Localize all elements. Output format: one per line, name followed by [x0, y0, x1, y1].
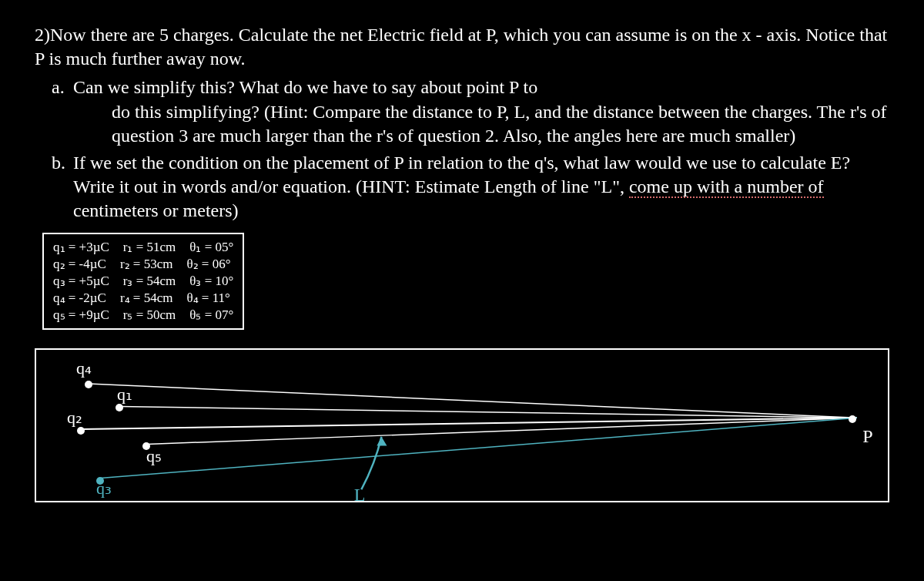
theta-value: θ₂ = 06°: [186, 256, 230, 273]
theta-value: θ₄ = 11°: [186, 290, 229, 307]
part-b-after: centimeters or meters): [73, 200, 239, 220]
svg-line-0: [89, 384, 856, 418]
svg-line-1: [120, 406, 857, 418]
theta-value: θ₃ = 10°: [189, 273, 233, 290]
part-a: a. Can we simplify this? What do we have…: [73, 76, 889, 148]
part-b-underlined: come up with a number of: [629, 176, 824, 198]
part-b-marker: b.: [52, 151, 65, 175]
part-b: b. If we set the condition on the placem…: [73, 151, 889, 223]
r-value: r₃ = 54cm: [123, 273, 176, 290]
theta-value: θ₁ = 05°: [189, 239, 233, 256]
theta-value: θ₅ = 07°: [189, 307, 233, 324]
r-value: r₄ = 54cm: [120, 290, 173, 307]
data-table: q₁ = +3µC r₁ = 51cm θ₁ = 05° q₂ = -4µC r…: [42, 233, 244, 330]
q-value: q₂ = -4µC: [53, 256, 106, 273]
problem-number: 2): [35, 25, 50, 45]
svg-line-3: [147, 418, 857, 444]
q-value: q₅ = +9µC: [53, 307, 109, 324]
r-value: r₅ = 50cm: [123, 307, 176, 324]
p-label: P: [862, 425, 872, 446]
part-a-body: do this simplifying? (Hint: Compare the …: [73, 100, 889, 148]
part-a-marker: a.: [52, 76, 65, 99]
table-row: q₂ = -4µC r₂ = 53cm θ₂ = 06°: [53, 256, 233, 273]
q1-dot: [116, 404, 123, 411]
p-dot: [849, 415, 856, 423]
svg-marker-5: [377, 437, 387, 446]
q-value: q₁ = +3µC: [53, 239, 109, 256]
table-row: q₃ = +5µC r₃ = 54cm θ₃ = 10°: [53, 273, 233, 290]
diagram-svg: [36, 350, 888, 501]
r-value: r₁ = 51cm: [123, 239, 176, 256]
part-a-line1: Can we simplify this? What do we have to…: [73, 77, 537, 97]
l-label: L: [354, 484, 366, 505]
q2-dot: [77, 427, 85, 435]
q4-label: q₄: [76, 358, 92, 378]
q-value: q₃ = +5µC: [53, 273, 109, 290]
q-value: q₄ = -2µC: [53, 290, 106, 307]
table-row: q₁ = +3µC r₁ = 51cm θ₁ = 05°: [53, 239, 233, 256]
table-row: q₄ = -2µC r₄ = 54cm θ₄ = 11°: [53, 290, 233, 307]
q1-label: q₁: [117, 385, 132, 405]
r-value: r₂ = 53cm: [120, 256, 173, 273]
q3-label: q₃: [96, 479, 112, 499]
q2-label: q₂: [67, 408, 82, 428]
charge-diagram: q₄ q₁ q₂ q₅ q₃ P L: [35, 348, 889, 502]
q4-dot: [85, 381, 92, 388]
q5-label: q₅: [146, 446, 162, 466]
problem-intro: 2)Now there are 5 charges. Calculate the…: [35, 23, 889, 71]
table-row: q₅ = +9µC r₅ = 50cm θ₅ = 07°: [53, 307, 233, 324]
